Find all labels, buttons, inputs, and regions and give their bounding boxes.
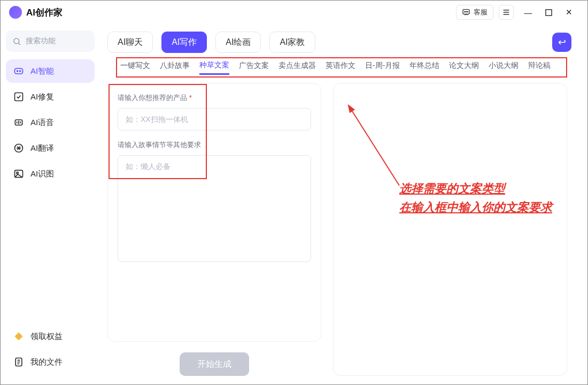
maximize-button[interactable]	[538, 4, 559, 21]
product-input[interactable]	[118, 108, 311, 130]
back-button[interactable]: ↩	[552, 33, 571, 52]
svg-point-7	[17, 71, 18, 72]
translate-icon	[13, 143, 24, 153]
subtab-label: 论文大纲	[449, 61, 479, 70]
svg-rect-6	[15, 68, 23, 74]
subtab-ad[interactable]: 广告文案	[239, 61, 269, 74]
subtab-novel[interactable]: 小说大纲	[489, 61, 519, 74]
minimize-icon: —	[524, 8, 532, 17]
undo-icon: ↩	[558, 36, 566, 48]
titlebar: AI创作家 客服 — ✕	[1, 1, 587, 24]
close-icon: ✕	[566, 7, 572, 17]
subtab-summary[interactable]: 年终总结	[409, 61, 439, 74]
svg-point-13	[17, 172, 18, 174]
main: AI聊天 AI写作 AI绘画 AI家教 ↩ 一键写文 八卦故事 种草文案 广告文…	[100, 24, 587, 384]
app-logo-icon	[9, 6, 22, 19]
svg-point-5	[14, 38, 19, 43]
generate-button[interactable]: 开始生成	[180, 352, 249, 376]
search-input[interactable]: 搜索功能	[6, 30, 95, 52]
tab-ai-write[interactable]: AI写作	[161, 32, 207, 53]
sidebar-item-ai-repair[interactable]: AI修复	[6, 85, 95, 109]
subtab-label: 八卦故事	[160, 61, 190, 70]
file-icon	[13, 357, 24, 367]
subtab-label: 种草文案	[199, 60, 229, 69]
subtab-label: 日-周-月报	[365, 61, 400, 70]
subtab-label: 年终总结	[409, 61, 439, 70]
subtab-english[interactable]: 英语作文	[326, 61, 355, 74]
toptab-label: AI写作	[172, 37, 197, 48]
chat-icon	[462, 8, 470, 17]
subtab-label: 小说大纲	[489, 61, 519, 70]
subtab-report[interactable]: 日-周-月报	[365, 61, 400, 74]
maximize-icon	[545, 9, 552, 16]
form-card: 请输入你想推荐的产品 * 请输入故事情节等其他要求	[107, 83, 321, 342]
sidebar-item-ai-translate[interactable]: AI翻译	[6, 136, 95, 160]
svg-point-3	[467, 11, 468, 12]
subtab-seed[interactable]: 种草文案	[199, 60, 229, 75]
tab-ai-chat[interactable]: AI聊天	[107, 32, 153, 53]
repair-icon	[13, 91, 24, 102]
benefit-icon	[13, 331, 24, 342]
app-title: AI创作家	[26, 6, 63, 19]
search-icon	[12, 37, 21, 46]
voice-icon	[13, 117, 24, 128]
sidebar-item-label: AI翻译	[30, 143, 54, 153]
sidebar-item-myfiles[interactable]: 我的文件	[6, 350, 95, 374]
subtab-onekey[interactable]: 一键写文	[120, 61, 150, 74]
sidebar-item-label: AI识图	[30, 169, 54, 179]
subtab-thesis[interactable]: 论文大纲	[449, 61, 479, 74]
hamburger-icon	[502, 8, 510, 17]
ai-icon	[13, 66, 24, 76]
sub-tabs-highlight-box: 一键写文 八卦故事 种草文案 广告文案 卖点生成器 英语作文 日-周-月报 年终…	[116, 57, 567, 78]
detail-textarea[interactable]	[118, 155, 311, 262]
subtab-label: 广告文案	[239, 61, 269, 70]
output-card	[333, 83, 567, 376]
toptab-label: AI聊天	[118, 37, 143, 48]
image-icon	[13, 168, 24, 179]
search-placeholder: 搜索功能	[26, 36, 56, 46]
sidebar-item-benefit[interactable]: 领取权益	[6, 325, 95, 348]
subtab-gossip[interactable]: 八卦故事	[160, 61, 190, 74]
subtab-label: 辩论稿	[528, 61, 551, 70]
svg-rect-9	[15, 93, 23, 101]
sidebar-item-ai-voice[interactable]: AI语音	[6, 111, 95, 134]
sidebar-item-ai-smart[interactable]: AI智能	[6, 59, 95, 83]
sidebar-item-label: AI修复	[30, 92, 54, 102]
product-label: 请输入你想推荐的产品 *	[118, 93, 311, 103]
tab-ai-paint[interactable]: AI绘画	[215, 32, 261, 53]
svg-point-1	[465, 11, 465, 12]
menu-button[interactable]	[499, 5, 514, 20]
close-button[interactable]: ✕	[559, 4, 579, 21]
toptab-label: AI绘画	[226, 37, 251, 48]
sidebar-item-label: 领取权益	[30, 332, 63, 342]
customer-service-label: 客服	[474, 7, 488, 17]
subtab-label: 一键写文	[120, 61, 150, 70]
tab-ai-tutor[interactable]: AI家教	[269, 32, 315, 53]
subtab-label: 英语作文	[326, 61, 355, 70]
subtab-label: 卖点生成器	[278, 61, 316, 70]
customer-service-button[interactable]: 客服	[456, 5, 493, 20]
subtab-selling[interactable]: 卖点生成器	[278, 61, 316, 74]
svg-rect-4	[545, 9, 551, 15]
sidebar-item-ai-image[interactable]: AI识图	[6, 162, 95, 186]
sidebar-item-label: AI语音	[30, 118, 54, 128]
subtab-debate[interactable]: 辩论稿	[528, 61, 551, 74]
svg-point-2	[466, 11, 466, 12]
detail-label: 请输入故事情节等其他要求	[118, 140, 311, 150]
sidebar-item-label: AI智能	[30, 66, 54, 76]
top-tabs: AI聊天 AI写作 AI绘画 AI家教 ↩	[100, 24, 579, 57]
svg-point-8	[20, 71, 21, 72]
minimize-button[interactable]: —	[518, 4, 538, 21]
sidebar: 搜索功能 AI智能 AI修复 AI语音 AI翻译 AI识图 领取权益	[1, 24, 100, 384]
toptab-label: AI家教	[280, 37, 305, 48]
sidebar-item-label: 我的文件	[30, 357, 63, 367]
